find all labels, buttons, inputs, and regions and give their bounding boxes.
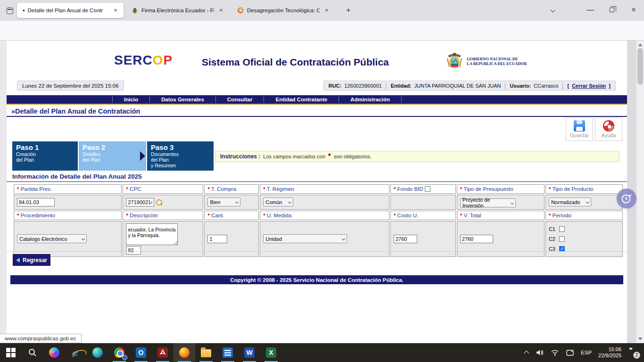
taskbar-copilot-button[interactable] xyxy=(43,343,65,362)
scroll-up-arrow[interactable] xyxy=(638,43,642,46)
costou-input[interactable] xyxy=(394,235,417,243)
tab-close-icon[interactable]: × xyxy=(322,6,331,15)
system-tray: ESP 15:06 22/9/2025 2 xyxy=(525,346,644,359)
step-1: Paso 1 Creación del Plan xyxy=(12,141,78,171)
site-title: Sistema Oficial de Contratación Pública xyxy=(202,57,389,68)
regresar-button[interactable]: Regresar xyxy=(13,254,50,266)
taskbar-outlook-button[interactable]: O xyxy=(130,343,152,362)
firefox-view-icon[interactable] xyxy=(5,6,15,16)
entidad-value: JUNTA PARROQUIAL DE SAN JUAN xyxy=(414,83,501,89)
nav-item-administracion[interactable]: Administración xyxy=(339,96,402,103)
list-all-tabs-icon[interactable] xyxy=(545,3,560,17)
tab-desagregacion[interactable]: Desagregación Tecnológica: Cál × xyxy=(233,3,335,18)
save-button[interactable]: Guardar xyxy=(566,117,593,141)
descripcion-textarea[interactable]: ▪▪▪▪▪▪▪▪▪▪▪▪▪▪▪▪ ecuador, La Provincia y… xyxy=(126,223,178,245)
file-explorer-icon xyxy=(201,349,211,357)
tray-expand-icon[interactable] xyxy=(524,351,529,356)
ecuador-coat-of-arms-icon xyxy=(445,51,464,72)
windows-taskbar: e O ᗋ W X ESP 15:06 22/9/2025 2 xyxy=(0,343,644,362)
table-end-divider xyxy=(7,251,627,252)
nav-item-datos-generales[interactable]: Datos Generales xyxy=(149,96,215,103)
resize-grip-icon[interactable] xyxy=(173,240,177,245)
tab-detalle-plan[interactable]: • Detalle del Plan Anual de Contr × xyxy=(17,3,124,18)
header-periodo: * Período xyxy=(545,211,623,220)
taskbar-excel-button[interactable]: X xyxy=(260,343,282,362)
internet-explorer-icon: e xyxy=(74,346,78,359)
taskbar-billing-app-button[interactable] xyxy=(217,343,239,362)
window-close-button[interactable]: × xyxy=(626,3,641,17)
taskbar-acrobat-button[interactable]: ᗋ xyxy=(152,343,173,362)
floating-timer-widget[interactable] xyxy=(617,189,636,208)
taskbar-word-button[interactable]: W xyxy=(239,343,260,362)
umedida-select[interactable]: Unidad xyxy=(263,234,347,243)
start-button[interactable] xyxy=(0,343,22,362)
tipo-producto-select[interactable]: Normalizado xyxy=(549,197,591,206)
periodo-c1-checkbox[interactable] xyxy=(559,226,565,232)
scrollbar-thumb[interactable] xyxy=(637,48,643,85)
header-partida: * Partida Pres. xyxy=(14,184,122,194)
tregimen-select[interactable]: Común xyxy=(263,197,293,206)
taskbar-edge-button[interactable] xyxy=(87,343,108,362)
logout-link[interactable]: Cerrar Sesión xyxy=(572,83,606,89)
nav-item-entidad-contratante[interactable]: Entidad Contratante xyxy=(264,96,339,103)
new-tab-button[interactable]: + xyxy=(343,5,354,16)
header-tcompra: * T. Compra xyxy=(204,184,259,194)
scroll-down-arrow[interactable] xyxy=(638,337,642,340)
header-cpc: * CPC xyxy=(123,184,203,194)
tab-title: Detalle del Plan Anual de Contr xyxy=(28,8,108,13)
plan-detail-form: * Partida Pres. * CPC * T. Compra * T. R… xyxy=(13,183,624,258)
nav-item-consultar[interactable]: Consultar xyxy=(215,96,264,103)
vtotal-input[interactable] xyxy=(460,235,493,243)
taskbar-firefox-button[interactable] xyxy=(173,343,195,362)
government-logo: GOBIERNO NACIONAL DE LA REPUBLICA DEL EC… xyxy=(445,51,527,72)
header-umedida: * U. Medida xyxy=(260,211,389,220)
window-restore-button[interactable] xyxy=(604,3,619,17)
section-divider xyxy=(7,181,627,182)
step-2-active: Paso 2 Detalles del Plan xyxy=(79,141,146,171)
partida-input[interactable] xyxy=(17,198,55,206)
tcompra-select[interactable]: Bien xyxy=(207,197,240,206)
tab-close-icon[interactable]: × xyxy=(111,6,120,15)
tipo-presupuesto-select[interactable]: Proyecto de Inversión xyxy=(460,198,516,207)
notification-center-icon[interactable]: 2 xyxy=(628,348,637,357)
tablet-mode-icon[interactable] xyxy=(566,349,574,356)
acrobat-icon: ᗋ xyxy=(157,347,168,358)
tab-close-icon[interactable]: × xyxy=(217,6,225,15)
wifi-icon[interactable] xyxy=(551,349,559,356)
ecuador-coat-favicon xyxy=(131,7,139,14)
header-cant: * Cant. xyxy=(204,211,259,220)
taskbar-ie-button[interactable]: e xyxy=(65,343,87,362)
periodo-c3-checkbox[interactable] xyxy=(559,246,565,252)
taskbar-chrome-button[interactable] xyxy=(108,343,130,362)
language-indicator[interactable]: ESP xyxy=(581,350,592,355)
cpc-input[interactable] xyxy=(126,198,154,206)
header-tipo-producto: * Tipo de Producto xyxy=(545,184,623,194)
volume-icon[interactable] xyxy=(536,349,544,356)
step-3: Paso 3 Documentos del Plan y Resumen xyxy=(147,141,214,171)
title-divider xyxy=(7,116,627,117)
orange-ring-favicon xyxy=(237,7,244,14)
nav-item-inicio[interactable]: Inicio xyxy=(112,96,149,103)
periodo-c2-checkbox[interactable] xyxy=(559,236,565,242)
header-fondo-bid: * Fondo BID xyxy=(390,184,456,194)
taskbar-explorer-button[interactable] xyxy=(195,343,217,362)
header-tregimen: * T. Régimen xyxy=(260,184,389,194)
clock[interactable]: 15:06 22/9/2025 xyxy=(598,346,621,359)
cpc-search-icon[interactable] xyxy=(156,199,163,206)
procedimiento-select[interactable]: Catalogo Electrónico xyxy=(17,234,87,243)
window-minimize-button[interactable]: — xyxy=(583,3,598,17)
cant-input[interactable] xyxy=(207,235,227,243)
fondo-bid-checkbox[interactable] xyxy=(425,186,430,192)
outlook-icon: O xyxy=(136,347,146,358)
government-text: GOBIERNO NACIONAL DE LA REPUBLICA DEL EC… xyxy=(467,57,527,66)
usuario-label: Usuario: xyxy=(510,83,531,89)
entidad-label: Entidad: xyxy=(391,83,412,89)
tab-firma-electronica[interactable]: Firma Electrónica Ecuador - Firm × xyxy=(127,3,229,18)
vertical-scrollbar[interactable] xyxy=(636,41,644,343)
descripcion-extra-input[interactable] xyxy=(126,246,141,255)
section-title: Información de Detalle del Plan Anual 20… xyxy=(12,173,142,180)
back-arrow-icon xyxy=(16,258,20,263)
life-ring-icon xyxy=(603,120,614,132)
help-button[interactable]: Ayuda xyxy=(595,117,622,141)
taskbar-search-button[interactable] xyxy=(22,343,43,362)
